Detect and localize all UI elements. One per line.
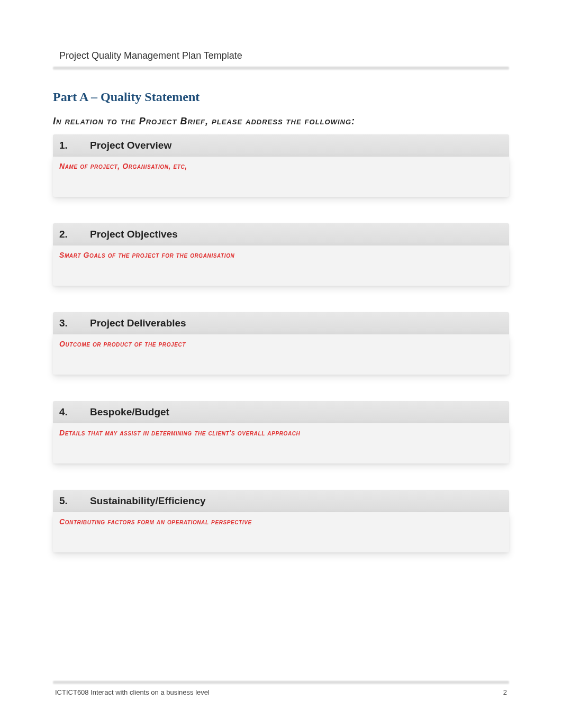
section-title: Project Overview	[90, 140, 171, 151]
header-divider	[53, 67, 509, 70]
part-intro: In relation to the Project Brief, please…	[53, 116, 509, 127]
section-number: 5.	[59, 495, 72, 507]
section-hint: Contributing factors form an operational…	[59, 517, 503, 526]
section-hint: Name of project, Organisation, etc,	[59, 162, 503, 170]
section-body: Contributing factors form an operational…	[53, 512, 509, 552]
section-number: 4.	[59, 406, 72, 418]
page-number: 2	[503, 688, 507, 696]
section-hint: Outcome or product of the project	[59, 340, 503, 348]
section-sustainability-efficiency: 5. Sustainability/Efficiency Contributin…	[53, 490, 509, 552]
section-number: 3.	[59, 317, 72, 329]
section-body: Details that may assist in determining t…	[53, 423, 509, 463]
section-project-objectives: 2. Project Objectives Smart Goals of the…	[53, 223, 509, 286]
section-number: 1.	[59, 140, 72, 151]
section-heading: 1. Project Overview	[53, 134, 509, 157]
section-hint: Details that may assist in determining t…	[59, 429, 503, 437]
section-heading: 2. Project Objectives	[53, 223, 509, 245]
section-body: Smart Goals of the project for the organ…	[53, 245, 509, 286]
section-number: 2.	[59, 229, 72, 240]
section-title: Project Deliverables	[90, 317, 186, 329]
section-heading: 5. Sustainability/Efficiency	[53, 490, 509, 512]
section-bespoke-budget: 4. Bespoke/Budget Details that may assis…	[53, 401, 509, 463]
document-header: Project Quality Management Plan Template	[59, 50, 509, 61]
section-heading: 3. Project Deliverables	[53, 312, 509, 334]
section-hint: Smart Goals of the project for the organ…	[59, 251, 503, 259]
section-title: Sustainability/Efficiency	[90, 495, 206, 507]
footer-divider	[53, 681, 509, 684]
section-title: Project Objectives	[90, 229, 178, 240]
section-heading: 4. Bespoke/Budget	[53, 401, 509, 423]
section-project-deliverables: 3. Project Deliverables Outcome or produ…	[53, 312, 509, 375]
part-title: Part A – Quality Statement	[53, 90, 509, 104]
section-title: Bespoke/Budget	[90, 406, 169, 418]
section-body: Name of project, Organisation, etc,	[53, 157, 509, 197]
section-body: Outcome or product of the project	[53, 334, 509, 375]
section-project-overview: 1. Project Overview Name of project, Org…	[53, 134, 509, 197]
page-footer: ICTICT608 Interact with clients on a bus…	[53, 681, 509, 696]
footer-course-code: ICTICT608 Interact with clients on a bus…	[55, 688, 210, 696]
